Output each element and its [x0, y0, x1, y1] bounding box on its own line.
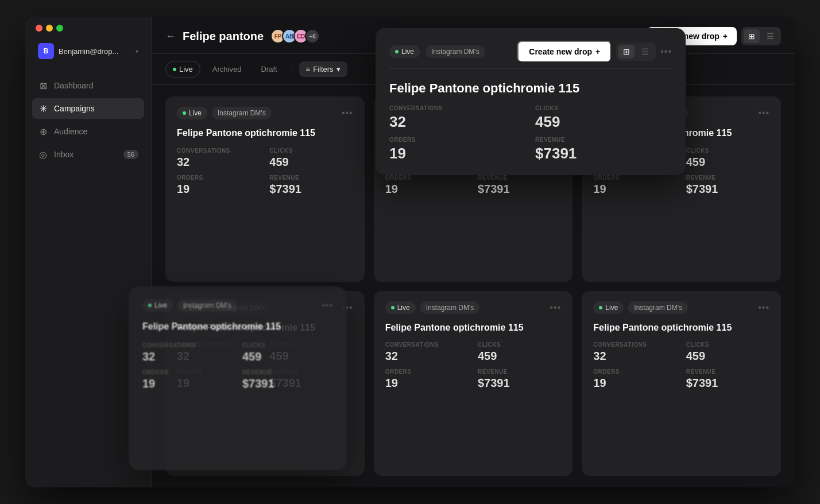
status-label: Live — [605, 304, 618, 312]
card-title: Felipe Pantone optichromie 115 — [385, 322, 562, 334]
audience-icon: ⊕ — [38, 126, 48, 137]
sidebar-item-campaigns[interactable]: ✳ Campaigns — [32, 98, 144, 119]
stat-conversations: CONVERSATIONS 32 — [593, 342, 676, 363]
avatar-more: +6 — [305, 29, 320, 44]
card-menu-button[interactable]: ••• — [550, 108, 562, 118]
stat-value: $7391 — [686, 377, 769, 390]
page-title: Felipe pantone — [183, 30, 264, 43]
card-header: Live Instagram DM's ••• — [177, 301, 353, 314]
stat-label: ORDERS — [177, 369, 260, 375]
sidebar-item-inbox[interactable]: ◎ Inbox 56 — [32, 144, 144, 165]
card-status: Live Instagram DM's — [385, 107, 480, 119]
card-stats: CONVERSATIONS 32 CLICKS 459 ORDERS 19 RE… — [593, 342, 769, 390]
channel-badge: Instagram DM's — [212, 107, 272, 119]
card-stats: CONVERSATIONS 32 CLICKS 459 ORDERS 19 RE… — [177, 342, 353, 390]
stat-value: 32 — [177, 350, 260, 363]
sidebar-item-label: Audience — [54, 127, 138, 136]
stat-label: REVENUE — [686, 369, 769, 375]
campaign-card[interactable]: Live Instagram DM's ••• Felipe Pantone o… — [165, 96, 365, 282]
live-dot — [599, 111, 602, 115]
stat-label: ORDERS — [593, 175, 676, 181]
view-toggle: ⊞ ☰ — [741, 27, 781, 45]
filter-live[interactable]: Live — [165, 61, 200, 77]
sidebar: B Benjamin@drop... ▾ ⊠ Dashboard ✳ Campa… — [25, 17, 152, 487]
filter-archived-label: Archived — [212, 65, 242, 73]
stat-label: CONVERSATIONS — [593, 148, 676, 154]
campaign-card[interactable]: Live Instagram DM's ••• Felipe Pantone o… — [582, 96, 781, 282]
close-dot[interactable] — [36, 25, 42, 32]
card-menu-button[interactable]: ••• — [758, 303, 769, 313]
live-dot — [391, 306, 394, 309]
stat-value: 19 — [593, 377, 676, 390]
sidebar-item-dashboard[interactable]: ⊠ Dashboard — [32, 75, 144, 96]
filters-label: Filters — [313, 65, 333, 73]
stat-label: CONVERSATIONS — [385, 148, 469, 154]
stat-orders: ORDERS 19 — [385, 369, 469, 390]
create-new-label: Create new drop — [656, 32, 720, 41]
status-label: Live — [605, 109, 618, 117]
campaign-card[interactable]: Live Instagram DM's ••• Felipe Pantone o… — [582, 291, 781, 476]
stat-label: ORDERS — [177, 175, 260, 181]
live-dot — [599, 306, 602, 309]
stat-clicks: CLICKS 459 — [478, 342, 561, 363]
stat-label: CLICKS — [478, 342, 561, 348]
minimize-dot[interactable] — [46, 25, 53, 32]
stat-value: $7391 — [269, 377, 353, 390]
grid-view-button[interactable]: ⊞ — [744, 29, 760, 43]
stat-conversations: CONVERSATIONS 32 — [593, 148, 676, 169]
filter-draft[interactable]: Draft — [253, 61, 284, 77]
filters-dropdown[interactable]: ≡ Filters ▾ — [299, 61, 347, 77]
create-new-drop-button[interactable]: Create new drop + — [647, 27, 737, 45]
stat-label: REVENUE — [478, 175, 561, 181]
stat-label: CLICKS — [478, 148, 561, 154]
app-window: B Benjamin@drop... ▾ ⊠ Dashboard ✳ Campa… — [25, 17, 795, 487]
stat-value: 32 — [593, 350, 676, 363]
stat-label: CLICKS — [686, 148, 769, 154]
stat-value: 459 — [686, 350, 769, 363]
campaign-card[interactable]: Live Instagram DM's ••• Felipe Pantone o… — [374, 291, 573, 476]
stat-value: 19 — [177, 377, 260, 390]
campaign-card[interactable]: Live Instagram DM's ••• Felipe Pantone o… — [165, 291, 365, 476]
status-badge: Live — [177, 107, 207, 119]
card-title: Felipe Pantone optichromie 115 — [177, 322, 353, 334]
status-badge: Live — [593, 301, 624, 314]
card-header: Live Instagram DM's ••• — [593, 107, 769, 119]
card-menu-button[interactable]: ••• — [758, 108, 769, 118]
inbox-badge: 56 — [123, 150, 138, 159]
stat-value: 19 — [593, 183, 676, 196]
stat-revenue: REVENUE $7391 — [686, 175, 769, 196]
channel-badge: Instagram DM's — [420, 107, 480, 119]
card-title: Felipe Pantone optichromie 115 — [593, 127, 769, 139]
card-menu-button[interactable]: ••• — [550, 303, 562, 313]
card-header: Live Instagram DM's ••• — [385, 301, 562, 314]
stat-conversations: CONVERSATIONS 32 — [177, 342, 260, 363]
sidebar-item-audience[interactable]: ⊕ Audience — [32, 121, 144, 142]
sidebar-item-label: Dashboard — [54, 81, 138, 90]
campaign-card[interactable]: Live Instagram DM's ••• Felipe Pantone o… — [374, 96, 573, 282]
list-view-button[interactable]: ☰ — [762, 29, 779, 43]
card-menu-button[interactable]: ••• — [342, 108, 353, 118]
card-status: Live Instagram DM's — [177, 301, 272, 314]
back-button[interactable]: ← — [165, 31, 176, 41]
filter-live-label: Live — [179, 65, 193, 73]
stat-value: 459 — [269, 350, 353, 363]
main-content: ← Felipe pantone FP AB CD +6 Create new … — [152, 17, 795, 487]
card-title: Felipe Pantone optichromie 115 — [385, 127, 562, 139]
stat-value: $7391 — [478, 183, 561, 196]
org-switcher[interactable]: B Benjamin@drop... ▾ — [32, 38, 144, 64]
status-badge: Live — [385, 107, 416, 119]
stat-orders: ORDERS 19 — [593, 175, 676, 196]
stat-clicks: CLICKS 459 — [269, 148, 353, 169]
filter-archived[interactable]: Archived — [205, 61, 249, 77]
status-badge: Live — [177, 301, 207, 314]
stat-label: ORDERS — [593, 369, 676, 375]
collaborator-avatars: FP AB CD +6 — [270, 29, 320, 44]
card-menu-button[interactable]: ••• — [342, 303, 353, 313]
card-status: Live Instagram DM's — [593, 301, 688, 314]
stat-orders: ORDERS 19 — [177, 175, 260, 196]
stat-value: $7391 — [478, 377, 561, 390]
stat-label: REVENUE — [478, 369, 561, 375]
stat-value: 19 — [385, 377, 469, 390]
card-title: Felipe Pantone optichromie 115 — [177, 127, 353, 139]
maximize-dot[interactable] — [56, 25, 63, 32]
